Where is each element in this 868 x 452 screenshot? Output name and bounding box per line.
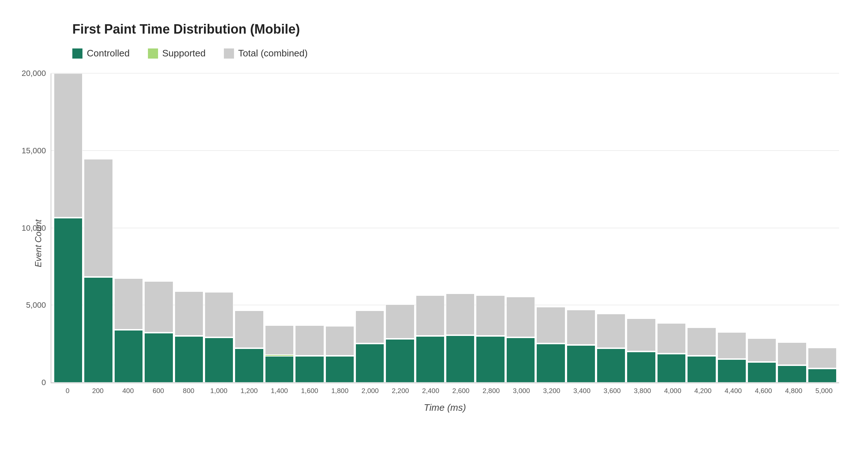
bar-group [536, 73, 565, 383]
bar-total-segment [386, 304, 414, 338]
bar-controlled-segment [356, 344, 384, 383]
x-tick: 3,000 [506, 387, 537, 395]
x-tick: 1,400 [264, 387, 295, 395]
bar-controlled-segment [808, 369, 837, 383]
bar-total-segment [718, 332, 746, 359]
x-tick: 200 [83, 387, 113, 395]
bar-total-segment [748, 338, 776, 362]
x-tick: 2,200 [385, 387, 416, 395]
bar-total-segment [567, 310, 595, 345]
x-tick: 400 [113, 387, 143, 395]
total-swatch [224, 48, 234, 59]
bar-total-segment [295, 325, 324, 355]
chart-wrapper: Event Count 05,00010,00015,00020,000 020… [51, 73, 839, 413]
x-tick: 1,600 [294, 387, 325, 395]
bar-group [326, 73, 354, 383]
bar-total-segment [356, 311, 384, 343]
bar-controlled-segment [235, 349, 263, 383]
bar-controlled-segment [627, 352, 655, 383]
bar-group [144, 73, 173, 383]
bar-controlled-segment [205, 338, 233, 383]
bar-total-segment [235, 311, 263, 348]
bar-group [416, 73, 444, 383]
bar-controlled-segment [265, 356, 294, 383]
x-tick: 3,200 [537, 387, 567, 395]
bar-group [295, 73, 324, 383]
bar-controlled-segment [778, 366, 806, 383]
bar-group [386, 73, 414, 383]
bar-group [597, 73, 625, 383]
bar-total-segment [265, 325, 294, 355]
bar-controlled-segment [446, 336, 475, 383]
y-tick-label: 10,000 [22, 223, 46, 233]
x-tick: 600 [143, 387, 174, 395]
y-tick-label: 20,000 [22, 69, 46, 78]
x-tick: 1,200 [234, 387, 264, 395]
y-tick-label: 15,000 [22, 146, 46, 155]
bar-controlled-segment [506, 338, 535, 383]
chart-area: Event Count 05,00010,00015,00020,000 020… [51, 73, 839, 413]
bar-group [627, 73, 655, 383]
x-tick: 3,400 [567, 387, 597, 395]
bar-total-segment [506, 297, 535, 337]
bar-group [718, 73, 746, 383]
bar-group [265, 73, 294, 383]
x-tick: 2,600 [446, 387, 476, 395]
bar-group [446, 73, 475, 383]
bar-total-segment [446, 294, 475, 334]
bar-group [778, 73, 806, 383]
x-tick: 0 [52, 387, 83, 395]
bar-group [567, 73, 595, 383]
x-tick: 1,000 [204, 387, 234, 395]
bar-total-segment [687, 328, 716, 355]
total-label: Total (combined) [238, 48, 308, 59]
x-tick: 3,800 [627, 387, 658, 395]
bars-container [51, 73, 839, 383]
controlled-label: Controlled [87, 48, 130, 59]
bar-total-segment [808, 348, 837, 368]
x-tick: 1,800 [325, 387, 355, 395]
bar-total-segment [84, 159, 112, 277]
bar-controlled-segment [748, 362, 776, 383]
bar-controlled-segment [326, 356, 354, 383]
x-tick: 4,200 [688, 387, 718, 395]
bar-total-segment [627, 319, 655, 351]
bar-total-segment [778, 342, 806, 365]
bar-group [84, 73, 112, 383]
controlled-swatch [72, 48, 82, 59]
bar-controlled-segment [476, 336, 505, 383]
chart-container: First Paint Time Distribution (Mobile) C… [0, 0, 868, 452]
bar-group [54, 73, 82, 383]
legend-item-total: Total (combined) [224, 48, 308, 59]
supported-swatch [148, 48, 158, 59]
bar-controlled-segment [54, 218, 82, 383]
bar-group [114, 73, 143, 383]
legend-item-controlled: Controlled [72, 48, 130, 59]
bar-group [808, 73, 837, 383]
bar-group [356, 73, 384, 383]
bar-controlled-segment [114, 330, 143, 383]
bar-total-segment [144, 281, 173, 332]
x-tick: 4,800 [779, 387, 809, 395]
bar-controlled-segment [295, 356, 324, 383]
bar-total-segment [657, 323, 686, 353]
bar-total-segment [175, 291, 203, 336]
x-tick: 5,000 [809, 387, 839, 395]
x-tick: 3,600 [597, 387, 627, 395]
bar-total-segment [597, 314, 625, 348]
legend-item-supported: Supported [148, 48, 206, 59]
x-tick: 2,000 [355, 387, 386, 395]
plot-area: 05,00010,00015,00020,000 [51, 73, 839, 383]
x-tick: 2,800 [476, 387, 506, 395]
supported-label: Supported [162, 48, 206, 59]
legend: Controlled Supported Total (combined) [72, 48, 839, 59]
x-axis-label: Time (ms) [51, 402, 839, 413]
bar-group [687, 73, 716, 383]
chart-title: First Paint Time Distribution (Mobile) [72, 22, 839, 37]
bar-group [205, 73, 233, 383]
bar-total-segment [476, 295, 505, 336]
bar-controlled-segment [567, 345, 595, 383]
bar-controlled-segment [386, 339, 414, 383]
x-tick: 4,400 [718, 387, 748, 395]
bar-controlled-segment [84, 277, 112, 383]
